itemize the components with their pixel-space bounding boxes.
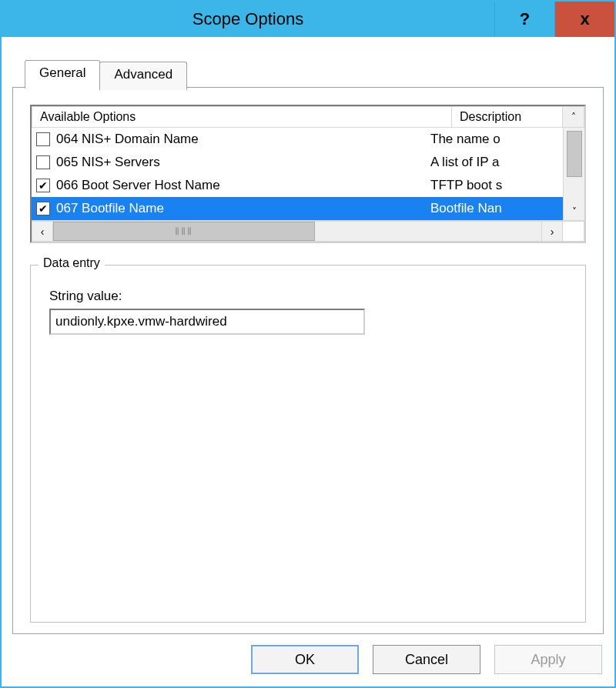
client-area: General Advanced Available Options Descr… xyxy=(2,37,614,686)
column-description[interactable]: Description xyxy=(452,106,563,128)
check-icon: ✔ xyxy=(38,202,48,215)
chevron-left-icon: ‹ xyxy=(41,225,45,238)
option-row[interactable]: 065 NIS+ Servers A list of IP a xyxy=(32,151,563,174)
apply-button[interactable]: Apply xyxy=(494,645,602,674)
option-label: 066 Boot Server Host Name xyxy=(56,178,430,193)
option-label: 064 NIS+ Domain Name xyxy=(56,132,430,147)
list-rows: 064 NIS+ Domain Name The name o 065 NIS+… xyxy=(32,128,563,220)
scroll-up-button[interactable]: ˄ xyxy=(563,106,584,128)
chevron-down-icon: ˅ xyxy=(572,206,577,217)
grip-icon: ⦀⦀⦀ xyxy=(175,225,193,238)
checkbox[interactable]: ✔ xyxy=(36,202,50,215)
scrollbar-thumb[interactable] xyxy=(567,131,582,177)
tabstrip: General Advanced xyxy=(25,58,604,87)
option-description: TFTP boot s xyxy=(430,178,563,193)
titlebar-buttons: ? x xyxy=(494,2,614,37)
option-row[interactable]: ✔ 067 Bootfile Name Bootfile Nan xyxy=(32,197,563,220)
checkbox[interactable] xyxy=(36,155,50,169)
list-header: Available Options Description ˄ xyxy=(32,106,584,128)
chevron-right-icon: › xyxy=(551,225,554,238)
ok-button[interactable]: OK xyxy=(251,645,359,674)
chevron-up-icon: ˄ xyxy=(571,112,576,122)
vertical-scrollbar[interactable]: ˅ xyxy=(563,128,584,220)
list-body: 064 NIS+ Domain Name The name o 065 NIS+… xyxy=(32,128,584,220)
option-description: A list of IP a xyxy=(430,155,563,170)
scrollbar-corner xyxy=(563,221,584,242)
window-title: Scope Options xyxy=(2,2,494,37)
hscroll-thumb[interactable]: ⦀⦀⦀ xyxy=(53,222,315,241)
string-value-input[interactable] xyxy=(49,309,365,335)
tabpanel-general: Available Options Description ˄ 064 NIS+… xyxy=(12,87,604,634)
data-entry-group: Data entry String value: xyxy=(30,265,586,623)
group-title: Data entry xyxy=(38,256,105,270)
column-available-options[interactable]: Available Options xyxy=(32,106,452,128)
help-button[interactable]: ? xyxy=(494,2,554,37)
cancel-button[interactable]: Cancel xyxy=(373,645,480,674)
scroll-left-button[interactable]: ‹ xyxy=(32,221,53,242)
titlebar: Scope Options ? x xyxy=(2,2,614,37)
scroll-down-button[interactable]: ˅ xyxy=(572,206,577,220)
option-description: The name o xyxy=(430,132,563,147)
checkbox[interactable] xyxy=(36,132,50,146)
option-row[interactable]: ✔ 066 Boot Server Host Name TFTP boot s xyxy=(32,174,563,197)
option-description: Bootfile Nan xyxy=(430,201,563,216)
dialog-buttons: OK Cancel Apply xyxy=(12,634,604,676)
scope-options-window: Scope Options ? x General Advanced Avail… xyxy=(0,0,616,688)
option-label: 065 NIS+ Servers xyxy=(56,155,430,170)
horizontal-scrollbar[interactable]: ‹ ⦀⦀⦀ › xyxy=(32,220,584,242)
checkbox[interactable]: ✔ xyxy=(36,179,50,192)
option-label: 067 Bootfile Name xyxy=(56,201,430,216)
hscroll-track[interactable]: ⦀⦀⦀ xyxy=(53,221,541,242)
scroll-right-button[interactable]: › xyxy=(541,221,563,242)
check-icon: ✔ xyxy=(38,179,48,192)
close-button[interactable]: x xyxy=(554,2,614,37)
available-options-list[interactable]: Available Options Description ˄ 064 NIS+… xyxy=(30,105,586,243)
tab-advanced[interactable]: Advanced xyxy=(99,62,187,90)
string-value-label: String value: xyxy=(49,289,571,304)
tab-general[interactable]: General xyxy=(25,60,100,89)
option-row[interactable]: 064 NIS+ Domain Name The name o xyxy=(32,128,563,151)
